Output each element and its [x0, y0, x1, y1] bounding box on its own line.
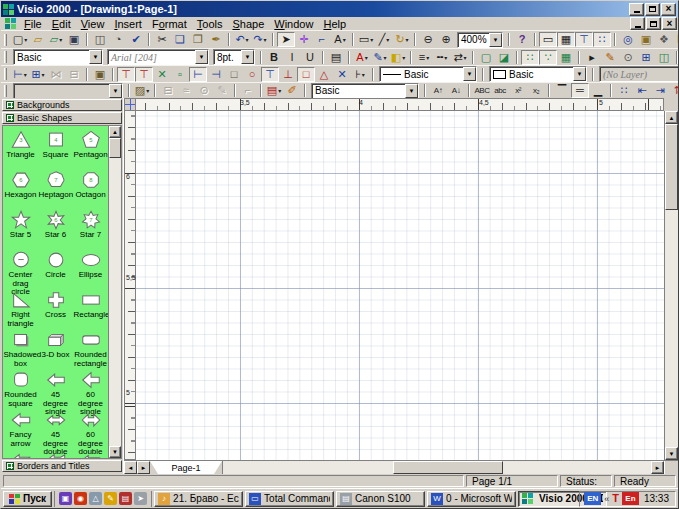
drawing-canvas[interactable] [136, 111, 664, 460]
text-tool[interactable]: A▾ [331, 32, 349, 47]
rotation-tool[interactable]: ↻▾ [393, 32, 411, 47]
drawing-aids-drop[interactable]: ⊦▾ [351, 67, 369, 82]
page-tab[interactable]: Page-1 [150, 461, 222, 474]
vertical-ruler[interactable]: 65,55 [124, 111, 136, 460]
tray-app-icon[interactable]: T [612, 493, 619, 504]
decrease-font-button[interactable]: A↓ [447, 83, 465, 98]
stencil-shape-heptagon[interactable]: 7Heptagon [38, 169, 73, 209]
stencil-shape-center-drag-circle[interactable]: Center drag circle [3, 249, 38, 289]
scroll-up-icon[interactable]: ▲ [665, 111, 678, 124]
editor-icon[interactable]: ✎ [104, 492, 117, 505]
stencil-shape-circle[interactable]: Circle [38, 249, 73, 289]
shape-ops-combo[interactable]: ▼ [13, 83, 123, 99]
zoom-window-button[interactable]: ◎ [619, 32, 637, 47]
stencil-shape-square[interactable]: 4Square [38, 129, 73, 169]
stencil-shape-star-7[interactable]: 7Star 7 [73, 209, 108, 249]
print-button[interactable]: ◫ [91, 32, 109, 47]
child-minimize-button[interactable] [630, 17, 645, 30]
acdsee-icon[interactable]: △ [89, 492, 102, 505]
insert-table-button[interactable]: ⊞ [637, 50, 655, 65]
custom-properties-button[interactable]: ▣ [91, 67, 109, 82]
menu-help[interactable]: Help [318, 18, 351, 30]
bullets-button[interactable]: ∷ [615, 83, 633, 98]
task-canon-s100[interactable]: ▤Canon S100 [336, 491, 425, 507]
task-21-браво-если-б[interactable]: ♪21. Браво - Если б... [154, 491, 243, 507]
menu-shape[interactable]: Shape [227, 18, 269, 30]
insert-object-button[interactable]: ⊙ [619, 50, 637, 65]
stencil-shape-hexagon[interactable]: 6Hexagon [3, 169, 38, 209]
spelling-button[interactable]: ✔ [127, 32, 145, 47]
glue-to-shapes-toggle[interactable]: ⊢ [189, 67, 207, 82]
line-color-button[interactable]: ✎▾ [371, 50, 389, 65]
stencil-scrollbar[interactable]: ▲ ▼ [108, 126, 121, 458]
run-macro-button[interactable]: ▸ [583, 50, 601, 65]
document-icon[interactable] [5, 18, 16, 29]
all-caps-button[interactable]: ABC [473, 83, 491, 98]
collapse-tray-icon[interactable]: « [604, 494, 609, 504]
zoom-combo[interactable]: 400%▼ [457, 32, 503, 48]
snap-toggle[interactable]: ∷ [521, 50, 539, 65]
show-desktop-icon[interactable]: ➤ [134, 492, 147, 505]
scroll-down-icon[interactable]: ▼ [665, 447, 678, 460]
elbow-connector-button[interactable]: ⌐ [239, 83, 257, 98]
print-preview-button[interactable]: ◔ [109, 32, 127, 47]
align-middle-button[interactable]: ═ [571, 83, 589, 98]
connection-points-toggle[interactable]: ∷ [593, 32, 611, 47]
scroll-down-icon[interactable]: ▼ [109, 446, 121, 458]
bold-button[interactable]: B [265, 50, 283, 65]
italic-button[interactable]: I [283, 50, 301, 65]
guides-toggle[interactable]: ⊤ [575, 32, 593, 47]
style-combo[interactable]: Basic▼ [13, 49, 103, 65]
stencil-shape-shadowed-box[interactable]: Shadowed box [3, 329, 38, 369]
stencil-shape-rounded-rectangle[interactable]: Rounded rectangle [73, 329, 108, 369]
snap-to-guides-toggle[interactable]: ✕ [153, 67, 171, 82]
stencil-shape-60-degree-single[interactable]: 60 degree single [73, 369, 108, 409]
media-player-icon[interactable]: ▣ [59, 492, 72, 505]
line-ends-button[interactable]: ⇄▾ [451, 50, 469, 65]
menu-insert[interactable]: Insert [109, 18, 147, 30]
glue-to-guides-toggle[interactable]: ⊣ [207, 67, 225, 82]
snap-to-extensions-toggle[interactable]: ⊥ [279, 67, 297, 82]
task-0-microsoft-word[interactable]: W0 - Microsoft Word [427, 491, 516, 507]
snap-to-shapes-toggle[interactable]: ▫ [171, 67, 189, 82]
decrease-indent-button[interactable]: ⇤ [633, 83, 651, 98]
stencil-shape-3-d-box[interactable]: 3-D box [38, 329, 73, 369]
connection-point-tool[interactable]: ✛ [295, 32, 313, 47]
subscript-button[interactable]: x₂ [527, 83, 545, 98]
stencil-shape-star-6[interactable]: 6Star 6 [38, 209, 73, 249]
first-page-button[interactable]: ◄ [124, 461, 137, 474]
glue-to-points-toggle[interactable]: ○ [243, 67, 261, 82]
stencil-shape-fancy-left2[interactable] [38, 449, 73, 458]
scroll-right-icon[interactable]: ► [651, 461, 664, 474]
pan-zoom-button[interactable]: ❖ [655, 32, 673, 47]
visio-app-icon[interactable] [3, 4, 14, 15]
superscript-button[interactable]: x² [509, 83, 527, 98]
menu-file[interactable]: File [19, 18, 47, 30]
combine-button[interactable]: ≈ [177, 83, 195, 98]
scroll-thumb[interactable] [393, 461, 503, 474]
menu-format[interactable]: Format [147, 18, 192, 30]
undo-button[interactable]: ↶▾ [233, 32, 251, 47]
zoom-out-button[interactable]: ⊖ [419, 32, 437, 47]
draw-annotation-button[interactable]: ✎ [601, 50, 619, 65]
page-setup-button[interactable]: ◪ [495, 50, 513, 65]
redo-button[interactable]: ↷▾ [251, 32, 269, 47]
line-tool[interactable]: ╱▾ [375, 32, 393, 47]
small-caps-button[interactable]: abc [491, 83, 509, 98]
minimize-button[interactable] [629, 3, 644, 16]
cut-button[interactable]: ✂ [153, 32, 171, 47]
snap-to-alignment-toggle[interactable]: ⊤ [261, 67, 279, 82]
grid-toggle[interactable]: ▦ [557, 32, 575, 47]
restore-button[interactable] [645, 3, 660, 16]
menu-tools[interactable]: Tools [192, 18, 228, 30]
fragment-button[interactable]: ⊙ [195, 83, 213, 98]
browser-icon[interactable]: ◉ [74, 492, 87, 505]
stencil-shape-star-5[interactable]: Star 5 [3, 209, 38, 249]
zoom-in-button[interactable]: ⊕ [437, 32, 455, 47]
stamp-tool[interactable]: ✐ [283, 83, 301, 98]
paste-button[interactable]: ❐ [189, 32, 207, 47]
lay-out-shapes-button[interactable]: ⊟ [65, 67, 83, 82]
task-total-commander-6[interactable]: ▭Total Commander 6... [245, 491, 334, 507]
stencil-shape-pentagon[interactable]: 5Pentagon [73, 129, 108, 169]
align-shapes-button[interactable]: ⊢▾ [11, 67, 29, 82]
